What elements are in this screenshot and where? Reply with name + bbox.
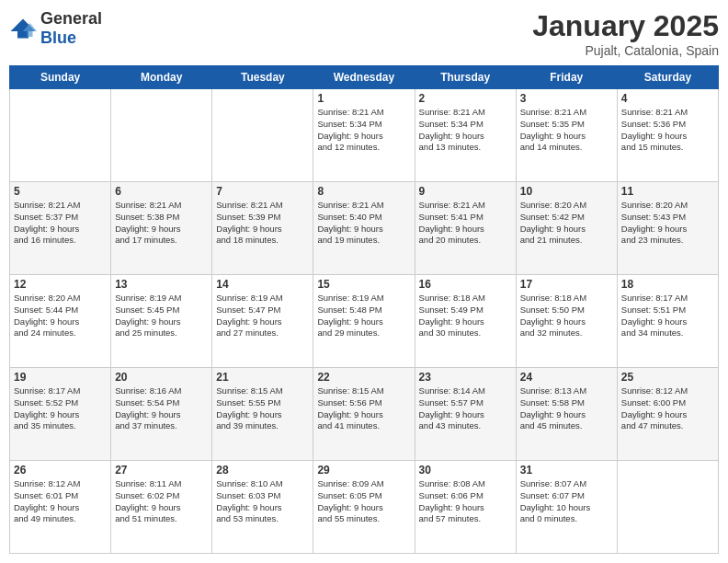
day-4: 4Sunrise: 8:21 AM Sunset: 5:36 PM Daylig… <box>617 89 718 182</box>
day-number-20: 20 <box>115 371 208 384</box>
day-number-7: 7 <box>216 185 309 198</box>
day-10: 10Sunrise: 8:20 AM Sunset: 5:42 PM Dayli… <box>516 182 617 275</box>
day-number-22: 22 <box>317 371 410 384</box>
calendar-table: Sunday Monday Tuesday Wednesday Thursday… <box>9 65 719 554</box>
day-9: 9Sunrise: 8:21 AM Sunset: 5:41 PM Daylig… <box>415 182 516 275</box>
day-number-4: 4 <box>621 92 714 105</box>
day-19: 19Sunrise: 8:17 AM Sunset: 5:52 PM Dayli… <box>10 368 111 461</box>
day-number-24: 24 <box>520 371 613 384</box>
day-number-3: 3 <box>520 92 613 105</box>
logo: General Blue <box>9 9 102 48</box>
empty-cell <box>617 461 718 554</box>
day-info-27: Sunrise: 8:11 AM Sunset: 6:02 PM Dayligh… <box>115 478 208 525</box>
day-info-13: Sunrise: 8:19 AM Sunset: 5:45 PM Dayligh… <box>115 293 208 339</box>
logo-text: General Blue <box>40 9 102 48</box>
page: General Blue January 2025 Pujalt, Catalo… <box>0 0 728 563</box>
col-tuesday: Tuesday <box>212 66 313 89</box>
day-number-19: 19 <box>14 371 107 384</box>
day-25: 25Sunrise: 8:12 AM Sunset: 6:00 PM Dayli… <box>617 368 718 461</box>
day-15: 15Sunrise: 8:19 AM Sunset: 5:48 PM Dayli… <box>313 275 415 368</box>
day-info-10: Sunrise: 8:20 AM Sunset: 5:42 PM Dayligh… <box>520 200 613 247</box>
header: General Blue January 2025 Pujalt, Catalo… <box>9 9 719 58</box>
col-friday: Friday <box>516 66 617 89</box>
day-number-28: 28 <box>216 464 309 477</box>
day-8: 8Sunrise: 8:21 AM Sunset: 5:40 PM Daylig… <box>313 182 415 275</box>
logo-icon <box>9 17 37 40</box>
day-info-26: Sunrise: 8:12 AM Sunset: 6:01 PM Dayligh… <box>14 478 107 525</box>
day-30: 30Sunrise: 8:08 AM Sunset: 6:06 PM Dayli… <box>415 461 516 554</box>
day-18: 18Sunrise: 8:17 AM Sunset: 5:51 PM Dayli… <box>617 275 718 368</box>
logo-general: General <box>40 9 102 28</box>
day-info-25: Sunrise: 8:12 AM Sunset: 6:00 PM Dayligh… <box>621 385 714 432</box>
day-info-14: Sunrise: 8:19 AM Sunset: 5:47 PM Dayligh… <box>216 293 309 339</box>
day-14: 14Sunrise: 8:19 AM Sunset: 5:47 PM Dayli… <box>212 275 313 368</box>
day-info-23: Sunrise: 8:14 AM Sunset: 5:57 PM Dayligh… <box>419 385 512 432</box>
calendar-header-row: Sunday Monday Tuesday Wednesday Thursday… <box>10 66 719 89</box>
day-number-23: 23 <box>419 371 512 384</box>
day-23: 23Sunrise: 8:14 AM Sunset: 5:57 PM Dayli… <box>415 368 516 461</box>
day-info-3: Sunrise: 8:21 AM Sunset: 5:35 PM Dayligh… <box>520 107 613 154</box>
day-28: 28Sunrise: 8:10 AM Sunset: 6:03 PM Dayli… <box>212 461 313 554</box>
day-info-20: Sunrise: 8:16 AM Sunset: 5:54 PM Dayligh… <box>115 385 208 432</box>
day-info-1: Sunrise: 8:21 AM Sunset: 5:34 PM Dayligh… <box>317 107 410 154</box>
day-6: 6Sunrise: 8:21 AM Sunset: 5:38 PM Daylig… <box>111 182 212 275</box>
day-number-31: 31 <box>520 464 613 477</box>
day-13: 13Sunrise: 8:19 AM Sunset: 5:45 PM Dayli… <box>111 275 212 368</box>
day-number-30: 30 <box>419 464 512 477</box>
week-row-1: 1Sunrise: 8:21 AM Sunset: 5:34 PM Daylig… <box>10 89 719 182</box>
day-22: 22Sunrise: 8:15 AM Sunset: 5:56 PM Dayli… <box>313 368 415 461</box>
col-wednesday: Wednesday <box>313 66 415 89</box>
day-27: 27Sunrise: 8:11 AM Sunset: 6:02 PM Dayli… <box>111 461 212 554</box>
day-3: 3Sunrise: 8:21 AM Sunset: 5:35 PM Daylig… <box>516 89 617 182</box>
day-info-22: Sunrise: 8:15 AM Sunset: 5:56 PM Dayligh… <box>317 385 410 432</box>
day-info-30: Sunrise: 8:08 AM Sunset: 6:06 PM Dayligh… <box>419 478 512 525</box>
day-info-7: Sunrise: 8:21 AM Sunset: 5:39 PM Dayligh… <box>216 200 309 247</box>
day-number-21: 21 <box>216 371 309 384</box>
day-info-4: Sunrise: 8:21 AM Sunset: 5:36 PM Dayligh… <box>621 107 714 154</box>
day-11: 11Sunrise: 8:20 AM Sunset: 5:43 PM Dayli… <box>617 182 718 275</box>
empty-cell <box>10 89 111 182</box>
col-sunday: Sunday <box>10 66 111 89</box>
day-number-26: 26 <box>14 464 107 477</box>
day-number-5: 5 <box>14 185 107 198</box>
day-number-6: 6 <box>115 185 208 198</box>
day-info-11: Sunrise: 8:20 AM Sunset: 5:43 PM Dayligh… <box>621 200 714 247</box>
day-2: 2Sunrise: 8:21 AM Sunset: 5:34 PM Daylig… <box>415 89 516 182</box>
col-monday: Monday <box>111 66 212 89</box>
day-number-2: 2 <box>419 92 512 105</box>
day-info-19: Sunrise: 8:17 AM Sunset: 5:52 PM Dayligh… <box>14 385 107 432</box>
day-17: 17Sunrise: 8:18 AM Sunset: 5:50 PM Dayli… <box>516 275 617 368</box>
day-21: 21Sunrise: 8:15 AM Sunset: 5:55 PM Dayli… <box>212 368 313 461</box>
day-info-15: Sunrise: 8:19 AM Sunset: 5:48 PM Dayligh… <box>317 293 410 339</box>
day-number-17: 17 <box>520 278 613 291</box>
col-saturday: Saturday <box>617 66 718 89</box>
title-block: January 2025 Pujalt, Catalonia, Spain <box>532 9 719 58</box>
day-info-18: Sunrise: 8:17 AM Sunset: 5:51 PM Dayligh… <box>621 293 714 339</box>
logo-blue: Blue <box>40 29 76 47</box>
day-info-5: Sunrise: 8:21 AM Sunset: 5:37 PM Dayligh… <box>14 200 107 247</box>
day-info-28: Sunrise: 8:10 AM Sunset: 6:03 PM Dayligh… <box>216 478 309 525</box>
week-row-4: 19Sunrise: 8:17 AM Sunset: 5:52 PM Dayli… <box>10 368 719 461</box>
day-16: 16Sunrise: 8:18 AM Sunset: 5:49 PM Dayli… <box>415 275 516 368</box>
day-info-17: Sunrise: 8:18 AM Sunset: 5:50 PM Dayligh… <box>520 293 613 339</box>
month-title: January 2025 <box>532 9 719 43</box>
week-row-5: 26Sunrise: 8:12 AM Sunset: 6:01 PM Dayli… <box>10 461 719 554</box>
day-number-18: 18 <box>621 278 714 291</box>
empty-cell <box>212 89 313 182</box>
col-thursday: Thursday <box>415 66 516 89</box>
day-info-9: Sunrise: 8:21 AM Sunset: 5:41 PM Dayligh… <box>419 200 512 247</box>
day-info-31: Sunrise: 8:07 AM Sunset: 6:07 PM Dayligh… <box>520 478 613 525</box>
empty-cell <box>111 89 212 182</box>
day-info-12: Sunrise: 8:20 AM Sunset: 5:44 PM Dayligh… <box>14 293 107 339</box>
day-7: 7Sunrise: 8:21 AM Sunset: 5:39 PM Daylig… <box>212 182 313 275</box>
day-number-25: 25 <box>621 371 714 384</box>
day-24: 24Sunrise: 8:13 AM Sunset: 5:58 PM Dayli… <box>516 368 617 461</box>
day-number-16: 16 <box>419 278 512 291</box>
day-number-14: 14 <box>216 278 309 291</box>
day-number-8: 8 <box>317 185 410 198</box>
location: Pujalt, Catalonia, Spain <box>532 43 719 58</box>
day-info-8: Sunrise: 8:21 AM Sunset: 5:40 PM Dayligh… <box>317 200 410 247</box>
week-row-3: 12Sunrise: 8:20 AM Sunset: 5:44 PM Dayli… <box>10 275 719 368</box>
day-number-9: 9 <box>419 185 512 198</box>
day-number-10: 10 <box>520 185 613 198</box>
